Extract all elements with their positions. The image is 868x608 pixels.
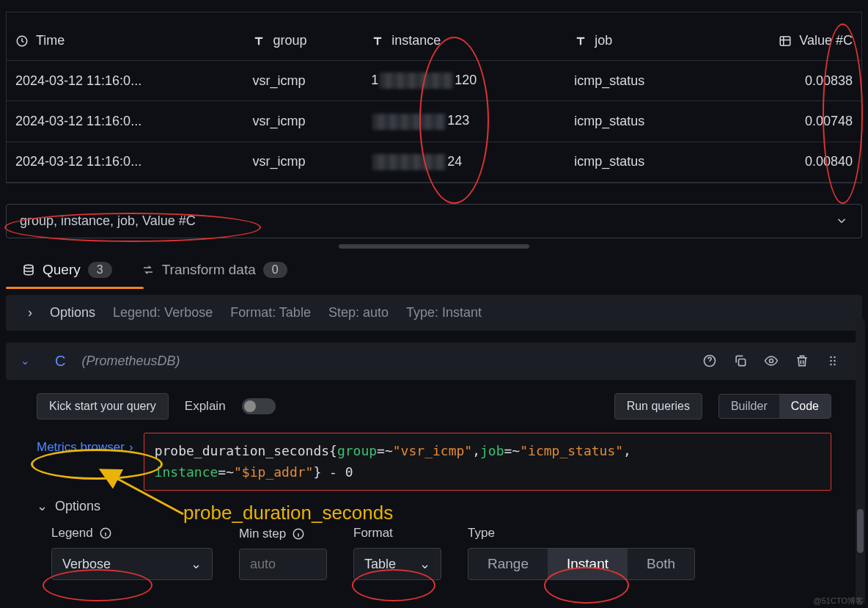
help-icon[interactable]: [702, 354, 717, 368]
metrics-browser-link[interactable]: Metrics browser ›: [37, 433, 133, 455]
summary-format: Format: Table: [230, 305, 311, 321]
query-options-toggle[interactable]: ⌄ Options: [37, 498, 831, 514]
cell-group: vsr_icmp: [243, 61, 362, 101]
tab-underline: [6, 287, 144, 289]
svg-point-11: [834, 364, 836, 366]
format-field: Format Table ⌄: [353, 526, 441, 580]
chevron-down-icon: ⌄: [419, 556, 430, 572]
type-field: Type Range Instant Both: [468, 526, 695, 580]
cell-time: 2024-03-12 11:16:0...: [7, 101, 243, 142]
text-icon: [574, 34, 587, 48]
query-datasource: (PrometheusDB): [81, 354, 180, 369]
col-value[interactable]: Value #C: [710, 12, 861, 61]
col-time-label: Time: [36, 33, 65, 48]
query-letter: C: [55, 353, 65, 370]
svg-point-6: [830, 356, 832, 359]
col-job[interactable]: job: [565, 12, 710, 61]
chevron-right-icon: ›: [129, 440, 133, 455]
query-summary-bar[interactable]: › Options Legend: Verbose Format: Table …: [6, 295, 862, 331]
svg-rect-4: [739, 359, 746, 366]
tab-transform-count: 0: [263, 262, 287, 278]
options-label: Options: [55, 499, 100, 514]
gauge-icon: [779, 34, 792, 48]
explain-label: Explain: [185, 399, 226, 414]
svg-point-8: [830, 360, 832, 362]
tab-query[interactable]: Query 3: [22, 262, 112, 287]
summary-type: Type: Instant: [406, 305, 482, 321]
cell-job: icmp_status: [565, 101, 710, 142]
legend-select[interactable]: Verbose ⌄: [51, 548, 213, 580]
kick-start-button[interactable]: Kick start your query: [37, 393, 169, 420]
cell-instance: 1120: [362, 61, 565, 101]
format-select[interactable]: Table ⌄: [353, 548, 441, 580]
col-instance-label: instance: [391, 33, 441, 48]
svg-point-7: [834, 356, 836, 359]
query-toolbar: Kick start your query Explain Run querie…: [37, 393, 831, 420]
chevron-down-icon: ⌄: [37, 498, 48, 514]
table-row[interactable]: 2024-03-12 11:16:0... vsr_icmp 24 icmp_s…: [7, 142, 861, 182]
promql-editor[interactable]: probe_duration_seconds{group=~"vsr_icmp"…: [144, 433, 831, 491]
col-time[interactable]: Time: [7, 12, 243, 61]
builder-code-segment: Builder Code: [718, 394, 831, 419]
code-button[interactable]: Code: [779, 395, 831, 418]
redacted: [380, 73, 453, 89]
query-header: ⌄ C (PrometheusDB): [6, 343, 862, 380]
cell-value: 0.00748: [710, 101, 861, 142]
cell-instance: 123: [362, 101, 565, 142]
trash-icon[interactable]: [795, 354, 809, 368]
table-row[interactable]: 2024-03-12 11:16:0... vsr_icmp 1120 icmp…: [7, 61, 861, 101]
type-segment: Range Instant Both: [468, 548, 695, 580]
drag-icon[interactable]: [825, 354, 840, 368]
cell-time: 2024-03-12 11:16:0...: [7, 61, 243, 101]
tab-transform-label: Transform data: [162, 262, 256, 278]
minstep-input[interactable]: [239, 549, 327, 580]
copy-icon[interactable]: [733, 354, 748, 368]
panel-tabs: Query 3 Transform data 0: [0, 262, 868, 287]
cell-job: icmp_status: [565, 142, 710, 182]
minstep-text-input[interactable]: [250, 557, 309, 572]
col-job-label: job: [595, 33, 612, 48]
fields-dropdown[interactable]: group, instance, job, Value #C: [6, 204, 862, 238]
text-icon: [371, 34, 384, 48]
type-instant-button[interactable]: Instant: [548, 549, 628, 579]
type-range-button[interactable]: Range: [468, 549, 548, 579]
info-icon[interactable]: [99, 527, 112, 540]
tab-transform[interactable]: Transform data 0: [141, 262, 287, 287]
col-group[interactable]: group: [243, 12, 362, 61]
vertical-scrollbar[interactable]: [856, 318, 865, 605]
col-instance[interactable]: instance: [362, 12, 565, 61]
options-label: Options: [50, 305, 95, 321]
builder-button[interactable]: Builder: [719, 395, 779, 418]
svg-point-5: [770, 359, 773, 363]
query-options-form: Legend Verbose ⌄ Min step Format Table ⌄…: [51, 526, 831, 580]
cell-group: vsr_icmp: [243, 142, 362, 182]
info-icon[interactable]: [292, 527, 305, 541]
table: Time group instance job Value #C: [7, 12, 861, 183]
svg-rect-1: [781, 37, 791, 45]
summary-step: Step: auto: [328, 305, 389, 321]
col-value-label: Value #C: [799, 33, 853, 48]
cell-job: icmp_status: [565, 61, 710, 101]
summary-legend: Legend: Verbose: [113, 305, 213, 321]
table-row[interactable]: 2024-03-12 11:16:0... vsr_icmp 123 icmp_…: [7, 101, 861, 142]
tab-query-count: 3: [88, 262, 112, 278]
chevron-down-icon: ⌄: [191, 556, 202, 572]
type-both-button[interactable]: Both: [628, 549, 694, 579]
eye-icon[interactable]: [764, 354, 779, 368]
results-table: Time group instance job Value #C: [6, 12, 862, 183]
explain-toggle[interactable]: [242, 398, 276, 414]
col-group-label: group: [273, 33, 306, 48]
legend-field: Legend Verbose ⌄: [51, 526, 213, 580]
redacted: [372, 154, 446, 170]
transform-icon: [141, 263, 155, 276]
tab-query-label: Query: [43, 262, 81, 278]
run-queries-button[interactable]: Run queries: [614, 393, 702, 420]
text-icon: [252, 34, 265, 48]
chevron-down-icon: [835, 214, 848, 227]
cell-instance: 24: [362, 142, 565, 182]
database-icon: [22, 263, 35, 276]
svg-point-10: [830, 364, 832, 366]
horizontal-scrollbar[interactable]: [339, 244, 529, 249]
clock-icon: [15, 34, 29, 48]
chevron-down-icon[interactable]: ⌄: [21, 354, 30, 367]
